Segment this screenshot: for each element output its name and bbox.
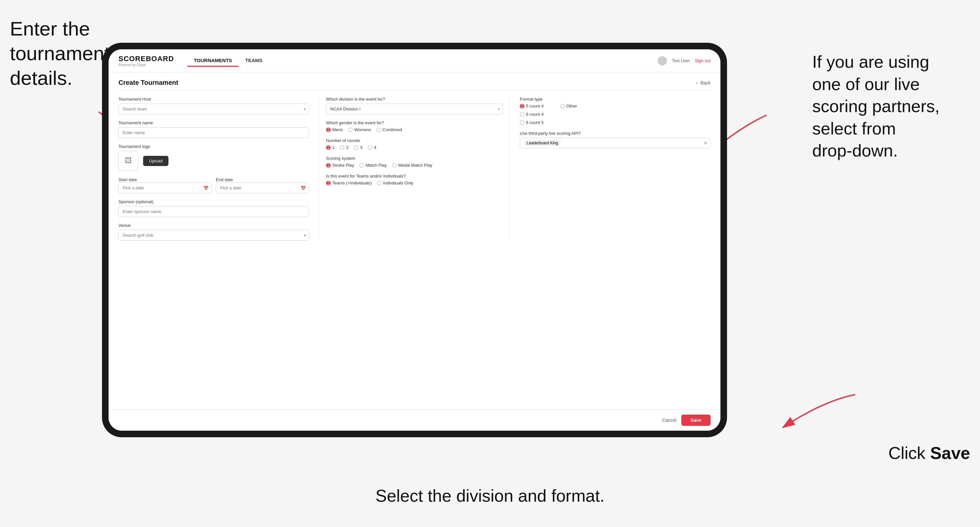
gender-womens[interactable]: Womens: [348, 127, 371, 132]
annotation-bottom-right: Click Save: [888, 442, 970, 465]
format-6count5-label: 6 count 5: [526, 120, 544, 125]
upload-button[interactable]: Upload: [143, 156, 169, 166]
gender-radio-group: Mens Womens Combined: [326, 127, 503, 132]
teams-label: Is this event for Teams and/or Individua…: [326, 174, 503, 178]
nav-link-tournaments[interactable]: TOURNAMENTS: [187, 55, 239, 67]
round-1-label: 1: [332, 145, 334, 150]
nav-right: Test User Sign out: [658, 56, 711, 65]
back-link[interactable]: ‹ Back: [696, 80, 711, 86]
round-4[interactable]: 4: [368, 145, 376, 150]
image-icon: 🖼: [125, 157, 132, 165]
radio-teams-circle: [326, 181, 331, 186]
radio-match-circle: [359, 163, 364, 168]
format-5count4[interactable]: 5 count 4: [520, 103, 544, 108]
gender-combined[interactable]: Combined: [376, 127, 402, 132]
scoring-match-label: Match Play: [366, 163, 387, 168]
logo-placeholder: 🖼: [118, 151, 138, 171]
logo-upload-area: 🖼 Upload: [118, 151, 309, 171]
sponsor-input[interactable]: [118, 206, 309, 217]
radio-6count4-circle: [520, 112, 524, 117]
radio-womens-circle: [348, 127, 353, 132]
radio-combined-circle: [376, 127, 381, 132]
radio-individuals-circle: [377, 181, 382, 186]
radio-6count5-circle: [520, 120, 524, 125]
scoring-label: Scoring system: [326, 156, 503, 161]
save-button[interactable]: Save: [681, 414, 711, 426]
scoring-stroke-play[interactable]: Stroke Play: [326, 163, 354, 168]
main-content: Create Tournament ‹ Back Tournament Host…: [108, 72, 721, 409]
round-1[interactable]: 1: [326, 145, 334, 150]
annotation-bottom-center: Select the division and format.: [375, 485, 605, 507]
nav-links: TOURNAMENTS TEAMS: [187, 55, 269, 67]
scoring-match-play[interactable]: Match Play: [359, 163, 387, 168]
tournament-logo-label: Tournament logo: [118, 144, 309, 149]
scoring-stroke-label: Stroke Play: [332, 163, 354, 168]
scoring-medal-label: Medal Match Play: [398, 163, 432, 168]
end-date-group: End date 📅: [216, 176, 309, 193]
annotation-top-right: If you are using one of our live scoring…: [812, 51, 977, 162]
nav-link-teams[interactable]: TEAMS: [239, 55, 269, 67]
format-other[interactable]: Other: [560, 103, 578, 108]
format-5count4-label: 5 count 4: [526, 103, 544, 108]
live-scoring-wrapper[interactable]: Leaderboard King ✕: [520, 138, 711, 148]
tournament-host-label: Tournament Host: [118, 97, 309, 102]
scoring-radio-group: Stroke Play Match Play Medal Match Play: [326, 163, 503, 168]
tournament-name-input[interactable]: [118, 127, 309, 138]
logo-sub: Powered by Clippit: [118, 63, 174, 67]
dates-group: Start date 📅 End date 📅: [118, 176, 309, 193]
format-type-options: 5 count 4 Other 6 count 4: [520, 103, 711, 125]
radio-round3-circle: [354, 145, 358, 150]
teams-group: Is this event for Teams and/or Individua…: [326, 174, 503, 186]
round-3[interactable]: 3: [354, 145, 362, 150]
calendar-icon-2: 📅: [301, 186, 306, 190]
venue-label: Venue: [118, 223, 309, 228]
form-footer: Cancel Save: [108, 409, 721, 431]
scoring-group: Scoring system Stroke Play Match Play: [326, 156, 503, 168]
start-date-group: Start date 📅: [118, 176, 212, 193]
start-date-input[interactable]: [118, 183, 212, 193]
sponsor-label: Sponsor (optional): [118, 199, 309, 204]
logo-area: SCOREBOARD Powered by Clippit: [118, 55, 174, 67]
calendar-icon: 📅: [203, 186, 208, 190]
page-header: Create Tournament ‹ Back: [118, 79, 711, 90]
search-team-wrapper: ▾: [118, 103, 309, 114]
user-name: Test User: [672, 58, 690, 63]
individuals-only[interactable]: Individuals Only: [377, 181, 414, 186]
clear-live-scoring-icon[interactable]: ✕: [704, 140, 708, 146]
gender-mens[interactable]: Mens: [326, 127, 343, 132]
start-date-label: Start date: [118, 177, 137, 182]
end-date-input[interactable]: [216, 183, 309, 193]
form-grid: Tournament Host ▾ Tournament name Tourna…: [118, 97, 711, 241]
radio-mens-circle: [326, 127, 331, 132]
format-row: 5 count 4 Other: [520, 103, 711, 108]
division-label: Which division is the event for?: [326, 97, 503, 102]
tablet-screen: SCOREBOARD Powered by Clippit TOURNAMENT…: [108, 49, 721, 431]
cancel-button[interactable]: Cancel: [662, 417, 677, 423]
division-wrapper: NCAA Division I ▾: [326, 103, 503, 114]
venue-chevron-icon: ▾: [304, 233, 306, 237]
venue-group: Venue ▾: [118, 223, 309, 241]
format-6count5[interactable]: 6 count 5: [520, 120, 711, 125]
tablet: SCOREBOARD Powered by Clippit TOURNAMENT…: [102, 43, 727, 437]
round-2[interactable]: 2: [340, 145, 348, 150]
format-6count4[interactable]: 6 count 4: [520, 112, 711, 117]
teams-plus-individuals[interactable]: Teams (+Individuals): [326, 181, 372, 186]
gender-womens-label: Womens: [354, 127, 371, 132]
round-2-label: 2: [346, 145, 348, 150]
live-scoring-tag: Leaderboard King: [524, 140, 560, 146]
form-col-3: Format type 5 count 4 Other: [520, 97, 711, 241]
format-type-group: Format type 5 count 4 Other: [520, 97, 711, 125]
tournament-host-group: Tournament Host ▾: [118, 97, 309, 114]
scoring-medal-match[interactable]: Medal Match Play: [392, 163, 432, 168]
individuals-label: Individuals Only: [383, 181, 414, 186]
round-4-label: 4: [374, 145, 376, 150]
sign-out-link[interactable]: Sign out: [695, 58, 711, 63]
gender-label: Which gender is the event for?: [326, 120, 503, 125]
back-arrow-icon: ‹: [696, 80, 698, 86]
search-team-input[interactable]: [118, 103, 309, 114]
division-select[interactable]: NCAA Division I: [326, 103, 503, 114]
search-golf-club-input[interactable]: [118, 230, 309, 241]
tournament-name-label: Tournament name: [118, 120, 309, 125]
form-col-1: Tournament Host ▾ Tournament name Tourna…: [118, 97, 309, 241]
annotation-top-left: Enter the tournament details.: [10, 16, 110, 90]
